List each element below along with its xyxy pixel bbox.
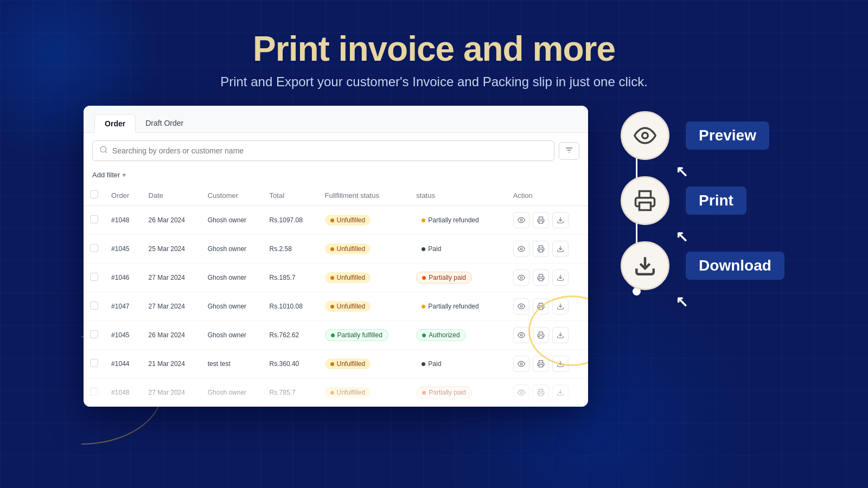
- row-checkbox[interactable]: [90, 215, 98, 223]
- table-row: #1048 27 Mar 2024 Ghosh owner Rs.785.7 U…: [84, 378, 588, 407]
- download-button[interactable]: [552, 269, 569, 286]
- svg-point-1: [520, 220, 522, 222]
- download-button[interactable]: [552, 327, 569, 343]
- order-actions: [507, 264, 588, 292]
- svg-rect-23: [640, 203, 651, 210]
- order-fulfillment: Unfulfilled: [318, 206, 410, 235]
- status-badge: Paid: [416, 358, 446, 369]
- status-badge: Paid: [416, 243, 446, 254]
- tab-draft-order[interactable]: Draft Order: [136, 114, 193, 132]
- add-filter-button[interactable]: Add filter +: [92, 171, 126, 179]
- table-row: #1047 27 Mar 2024 Ghosh owner Rs.1010.08…: [84, 292, 588, 321]
- print-label: Print: [686, 187, 746, 215]
- order-total: Rs.185.7: [263, 264, 318, 292]
- print-button[interactable]: [533, 298, 549, 314]
- order-customer: test test: [201, 350, 263, 378]
- order-id: #1044: [105, 350, 142, 378]
- order-actions: [507, 350, 588, 378]
- preview-button[interactable]: [513, 241, 529, 257]
- row-checkbox[interactable]: [90, 301, 98, 310]
- download-button[interactable]: [552, 241, 569, 257]
- order-total: Rs.1010.08: [263, 292, 318, 321]
- status-badge: Partially refunded: [416, 301, 484, 312]
- order-actions: [507, 321, 588, 350]
- order-customer: Ghosh owner: [201, 206, 263, 235]
- row-checkbox[interactable]: [90, 388, 98, 396]
- order-customer: Ghosh owner: [201, 292, 263, 321]
- order-date: 26 Mar 2024: [142, 206, 201, 235]
- action-buttons: [513, 269, 582, 286]
- svg-point-4: [520, 248, 522, 251]
- select-all-checkbox[interactable]: [90, 190, 98, 198]
- order-total: Rs.762.62: [263, 321, 318, 350]
- print-button[interactable]: [533, 327, 549, 343]
- order-id: #1047: [105, 292, 142, 321]
- fulfillment-badge: Unfulfilled: [325, 272, 371, 283]
- download-button[interactable]: [552, 298, 569, 314]
- order-status: Paid: [410, 350, 506, 378]
- main-content: Order Draft Order: [0, 106, 868, 407]
- svg-point-16: [520, 363, 522, 365]
- preview-button[interactable]: [513, 384, 529, 401]
- print-button[interactable]: [533, 241, 549, 257]
- order-status: Authorized: [410, 321, 506, 350]
- preview-button[interactable]: [513, 327, 529, 343]
- search-bar: [92, 140, 554, 161]
- sort-button[interactable]: [559, 142, 579, 160]
- svg-rect-17: [539, 365, 542, 368]
- order-total: Rs.785.7: [263, 378, 318, 407]
- action-item-download: Download: [621, 241, 784, 290]
- order-status: Partially refunded: [410, 292, 506, 321]
- row-checkbox[interactable]: [90, 359, 98, 367]
- row-checkbox[interactable]: [90, 330, 98, 338]
- order-total: Rs.1097.08: [263, 206, 318, 235]
- download-button[interactable]: [552, 356, 569, 372]
- order-customer: Ghosh owner: [201, 235, 263, 264]
- order-id: #1045: [105, 235, 142, 264]
- download-icon: [634, 254, 656, 277]
- print-button[interactable]: [533, 269, 549, 286]
- order-actions: [507, 378, 588, 407]
- fulfillment-badge: Unfulfilled: [325, 215, 371, 226]
- preview-button[interactable]: [513, 356, 529, 372]
- action-item-print: Print: [621, 176, 746, 225]
- order-date: 27 Mar 2024: [142, 264, 201, 292]
- row-checkbox[interactable]: [90, 244, 98, 252]
- row-checkbox[interactable]: [90, 273, 98, 281]
- order-customer: Ghosh owner: [201, 264, 263, 292]
- order-panel: Order Draft Order: [84, 106, 588, 407]
- preview-button[interactable]: [513, 298, 529, 314]
- printer-icon: [634, 189, 656, 212]
- order-date: 27 Mar 2024: [142, 378, 201, 407]
- preview-label: Preview: [686, 121, 769, 150]
- print-button[interactable]: [533, 384, 549, 401]
- preview-button[interactable]: [513, 269, 529, 286]
- action-buttons: [513, 241, 582, 257]
- search-icon: [99, 145, 108, 156]
- action-buttons: [513, 327, 582, 343]
- order-status: Partially refunded: [410, 206, 506, 235]
- order-actions: [507, 206, 588, 235]
- page-title: Print invoice and more: [0, 30, 868, 68]
- order-fulfillment: Unfulfilled: [318, 264, 410, 292]
- print-button[interactable]: [533, 212, 549, 228]
- download-icon-circle: [621, 241, 669, 290]
- svg-rect-5: [539, 250, 542, 253]
- action-buttons: [513, 298, 582, 314]
- search-input[interactable]: [112, 146, 547, 155]
- orders-table: Order Date Customer Total Fullfillment s…: [84, 185, 588, 407]
- download-button[interactable]: [552, 384, 569, 401]
- svg-point-19: [520, 392, 522, 394]
- tab-order[interactable]: Order: [94, 114, 136, 133]
- svg-rect-2: [539, 221, 542, 224]
- preview-button[interactable]: [513, 212, 529, 228]
- order-fulfillment: Partially fulfilled: [318, 321, 410, 350]
- tab-bar: Order Draft Order: [84, 106, 588, 133]
- download-button[interactable]: [552, 212, 569, 228]
- svg-rect-8: [539, 279, 542, 281]
- table-row: #1045 26 Mar 2024 Ghosh owner Rs.762.62 …: [84, 321, 588, 350]
- print-button[interactable]: [533, 356, 549, 372]
- order-date: 21 Mar 2024: [142, 350, 201, 378]
- fulfillment-badge: Unfulfilled: [325, 301, 371, 312]
- table-row: #1045 25 Mar 2024 Ghosh owner Rs.2.58 Un…: [84, 235, 588, 264]
